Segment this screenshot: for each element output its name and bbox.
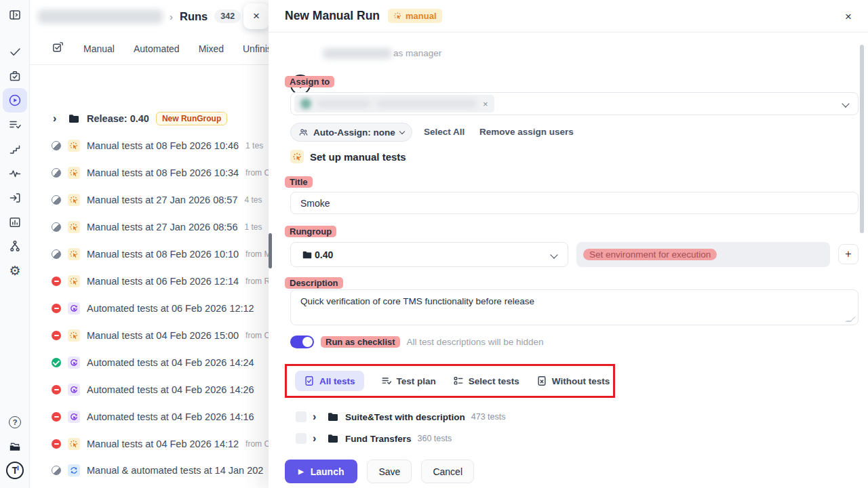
title-label: Title	[285, 176, 313, 188]
run-list-item[interactable]: Automated tests at 04 Feb 2026 14:24	[30, 349, 269, 376]
automated-run-icon	[68, 411, 80, 423]
sidebar-item-settings[interactable]: ⚙	[3, 258, 27, 283]
close-modal-button[interactable]: ×	[840, 8, 857, 26]
tab-test-plan[interactable]: Test plan	[381, 375, 436, 386]
assign-to-label: Assign to	[285, 76, 334, 87]
run-list-item[interactable]: Manual tests at 27 Jan 2026 08:56 1 tes	[30, 214, 269, 241]
run-title: Manual tests at 27 Jan 2026 08:57	[87, 195, 238, 205]
user-avatar-blurred	[300, 98, 311, 109]
sidebar-toggle-icon[interactable]	[3, 3, 27, 27]
sidebar-item-tests[interactable]	[3, 39, 27, 64]
manual-run-icon	[68, 438, 80, 450]
app-logo[interactable]: T	[3, 458, 27, 483]
manual-run-icon	[68, 275, 80, 287]
description-textarea[interactable]: Quick verification of core TMS functiona…	[290, 289, 859, 325]
suite-test-count: 473 tests	[471, 412, 506, 422]
sidebar-item-help[interactable]: ?	[3, 410, 27, 434]
run-list-item[interactable]: Manual tests at 06 Feb 2026 12:14 from R	[30, 268, 269, 295]
save-button[interactable]: Save	[367, 460, 412, 483]
select-all-runs-icon[interactable]	[52, 41, 64, 56]
project-name-blurred[interactable]	[38, 9, 163, 24]
suite-checkbox[interactable]	[296, 411, 307, 422]
remove-chip-icon[interactable]: ×	[483, 99, 488, 109]
run-meta: 1 tes	[245, 141, 263, 150]
filter-tab-mixed[interactable]: Mixed	[199, 43, 224, 54]
suite-tree-row[interactable]: › Fund Transfers 360 tests	[269, 432, 452, 445]
suite-title: Fund Transfers	[345, 434, 412, 444]
sidebar-item-runs[interactable]	[3, 88, 27, 113]
user-name-blurred	[317, 100, 370, 107]
run-title: Manual tests at 08 Feb 2026 10:10	[87, 249, 239, 260]
remove-assign-users-button[interactable]: Remove assign users	[479, 127, 574, 137]
environment-input[interactable]: Set environment for execution	[576, 242, 830, 267]
status-failed-icon	[52, 304, 61, 313]
sidebar-item-plans[interactable]	[3, 113, 27, 137]
run-list-item[interactable]: Manual tests at 08 Feb 2026 10:10 from M	[30, 241, 269, 268]
manual-run-icon	[393, 12, 402, 20]
run-list-item[interactable]: Manual & automated tests at 14 Jan 202	[30, 457, 269, 484]
setup-title: Set up manual tests	[310, 151, 406, 163]
run-as-checklist-toggle[interactable]	[290, 336, 314, 348]
rungroup-row[interactable]: › Release: 0.40 New RunGroup	[30, 105, 269, 132]
cancel-button[interactable]: Cancel	[421, 460, 474, 483]
auto-assign-dropdown[interactable]: Auto-Assign: none	[290, 123, 412, 142]
manual-run-icon	[68, 140, 80, 152]
add-environment-button[interactable]: +	[838, 244, 859, 264]
run-title: Automated tests at 04 Feb 2026 14:24	[87, 357, 254, 368]
status-passed-icon	[52, 358, 61, 367]
mixed-run-icon	[68, 464, 80, 476]
run-list-item[interactable]: Manual tests at 27 Jan 2026 08:57 4 tes	[30, 186, 269, 214]
filter-tab-manual[interactable]: Manual	[83, 43, 115, 54]
sidebar-item-pulse[interactable]	[3, 161, 27, 186]
select-all-users-button[interactable]: Select All	[424, 127, 465, 137]
status-failed-icon	[52, 412, 61, 422]
list-scrollbar-thumb[interactable]	[269, 233, 272, 268]
sidebar-item-branches[interactable]	[3, 234, 27, 258]
runs-list-panel: › Runs 342 Manual Automated Mixed Unfini…	[30, 0, 269, 488]
expand-chevron-icon[interactable]: ›	[53, 113, 61, 124]
run-list-item[interactable]: Manual tests at 08 Feb 2026 10:46 1 tes	[30, 132, 269, 159]
sidebar-item-analytics[interactable]	[3, 210, 27, 235]
sidebar-item-milestones[interactable]	[3, 137, 27, 161]
run-title: Manual tests at 08 Feb 2026 10:34	[87, 167, 239, 178]
expand-chevron-icon[interactable]: ›	[313, 411, 321, 422]
suite-test-count: 360 tests	[418, 434, 452, 443]
close-runs-panel-button[interactable]: ×	[243, 3, 269, 29]
sidebar-item-suites[interactable]	[3, 64, 27, 88]
modal-scrollbar-thumb[interactable]	[860, 45, 864, 233]
assign-users-select[interactable]: ×	[290, 92, 859, 115]
environment-placeholder: Set environment for execution	[583, 249, 717, 260]
run-list-item[interactable]: Manual tests at 08 Feb 2026 10:34 from C	[30, 159, 269, 186]
manual-run-icon	[68, 329, 80, 342]
modal-footer: ▶ Launch Save Cancel	[285, 460, 474, 483]
rungroup-title: Release: 0.40	[87, 113, 149, 124]
tab-without-tests[interactable]: Without tests	[536, 375, 610, 386]
logo-icon: T	[6, 462, 24, 479]
status-in-progress-icon	[52, 168, 61, 178]
manual-run-icon	[68, 167, 80, 179]
filter-tab-automated[interactable]: Automated	[134, 43, 180, 54]
run-meta: from C	[245, 439, 269, 449]
run-list-item[interactable]: Automated tests at 04 Feb 2026 14:16	[30, 403, 269, 430]
run-list-item[interactable]: Automated tests at 04 Feb 2026 14:26	[30, 376, 269, 403]
run-list-item[interactable]: Manual tests at 04 Feb 2026 14:12 from C	[30, 430, 269, 458]
status-failed-icon	[52, 277, 61, 286]
filter-tab-unfinished[interactable]: Unfinished	[243, 43, 269, 54]
expand-chevron-icon[interactable]: ›	[313, 433, 321, 444]
run-title-input[interactable]	[290, 192, 859, 214]
run-list-item[interactable]: Automated tests at 06 Feb 2026 12:12	[30, 295, 269, 322]
sidebar-item-projects[interactable]	[3, 434, 27, 459]
status-in-progress-icon	[52, 466, 61, 475]
sidebar-item-import[interactable]	[3, 186, 27, 210]
suite-tree-row[interactable]: › Suite&Test with description 473 tests	[269, 411, 506, 423]
suite-checkbox[interactable]	[296, 433, 307, 444]
rungroup-select[interactable]: 0.40	[290, 242, 568, 267]
launch-button[interactable]: ▶ Launch	[285, 460, 357, 483]
assigned-user-chip[interactable]: ×	[294, 95, 494, 113]
tab-select-tests[interactable]: Select tests	[453, 375, 519, 386]
gear-icon: ⚙	[9, 264, 20, 277]
automated-run-icon	[68, 302, 80, 314]
folder-icon	[302, 249, 313, 260]
tab-all-tests[interactable]: All tests	[295, 371, 364, 391]
run-list-item[interactable]: Manual tests at 04 Feb 2026 15:00 from C	[30, 322, 269, 349]
